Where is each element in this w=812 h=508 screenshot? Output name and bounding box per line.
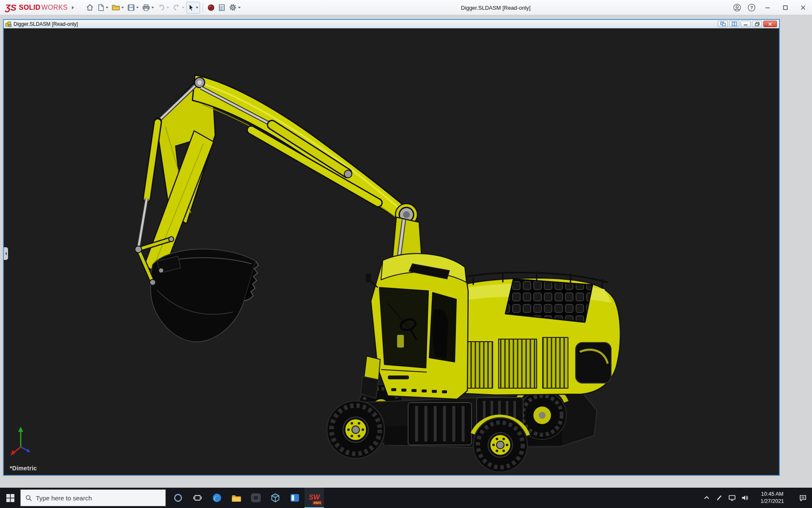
appearance-button[interactable] — [206, 2, 217, 14]
windshield — [379, 287, 428, 368]
taskbar-app1-button[interactable] — [246, 488, 266, 508]
solidworks-ds-mark-icon: ƷS — [5, 3, 16, 13]
clock-date: 1/27/2021 — [753, 498, 792, 505]
solidworks-taskbar-button[interactable]: SW 2021 — [304, 488, 324, 508]
solidworks-logo[interactable]: ƷS SOLID WORKS — [0, 3, 77, 13]
svg-text:?: ? — [750, 5, 753, 10]
front-left-wheel[interactable] — [327, 401, 384, 458]
undo-button[interactable] — [156, 2, 171, 14]
open-button[interactable] — [110, 2, 126, 14]
network-icon — [728, 494, 736, 501]
minimize-icon — [765, 5, 770, 10]
file-explorer-button[interactable] — [227, 488, 246, 508]
bucket[interactable] — [151, 249, 258, 342]
hidden-icons-button[interactable] — [700, 488, 713, 508]
doc-tile-button-2[interactable] — [729, 21, 739, 27]
feature-manager-collapse-tab[interactable] — [4, 247, 8, 260]
help-button[interactable]: ? — [744, 0, 759, 15]
window-title: Digger.SLDASM [Read-only] — [461, 0, 531, 15]
edge-browser-button[interactable] — [207, 488, 227, 508]
3d-scene[interactable] — [4, 28, 779, 475]
search-icon — [25, 494, 32, 502]
pen-icon — [716, 494, 723, 501]
cortana-icon — [173, 493, 183, 502]
save-icon — [127, 4, 135, 11]
cab[interactable] — [361, 254, 468, 399]
app-titlebar: ƷS SOLID WORKS — [0, 0, 812, 15]
boom-cylinder[interactable] — [201, 88, 352, 178]
view-orientation-label: *Dimetric — [10, 465, 37, 472]
account-icon — [733, 3, 741, 12]
design-table-button[interactable] — [217, 2, 227, 14]
options-dropdown-caret[interactable] — [238, 7, 241, 8]
volume-button[interactable] — [738, 488, 751, 508]
tile-windows-icon — [720, 22, 726, 26]
design-table-icon — [218, 4, 225, 11]
doc-tile-button-1[interactable] — [718, 21, 728, 27]
document-window-controls — [718, 21, 778, 27]
taskbar-search-box[interactable] — [20, 489, 166, 506]
close-button[interactable] — [794, 0, 812, 15]
taskbar: SW 2021 10:45 AM 1/27/202 — [0, 488, 812, 508]
undo-dropdown-caret[interactable] — [167, 7, 169, 8]
new-document-icon — [97, 4, 104, 11]
clock-time: 10:45 AM — [753, 491, 792, 498]
task-view-icon — [193, 494, 202, 502]
print-button[interactable] — [140, 2, 156, 14]
doc-minimize-button[interactable] — [741, 21, 751, 27]
select-tool-button[interactable] — [186, 2, 200, 14]
account-button[interactable] — [730, 0, 744, 15]
document-title: Digger.SLDASM [Read-only] — [14, 21, 78, 27]
excavator-model[interactable] — [135, 75, 620, 472]
redo-button[interactable] — [171, 2, 186, 14]
boom-assembly[interactable] — [144, 75, 417, 276]
document-titlebar[interactable]: Digger.SLDASM [Read-only] — [4, 20, 779, 28]
side-vents — [457, 337, 568, 388]
menu-flyout-caret-icon[interactable] — [72, 6, 74, 9]
system-tray: 10:45 AM 1/27/2021 — [700, 488, 812, 508]
doc-restore-button[interactable] — [752, 21, 762, 27]
minimize-button[interactable] — [759, 0, 776, 15]
taskbar-clock[interactable]: 10:45 AM 1/27/2021 — [753, 491, 792, 505]
doc-close-icon — [768, 22, 772, 26]
undo-icon — [157, 4, 165, 11]
engine-grille — [505, 279, 593, 322]
network-button[interactable] — [726, 488, 738, 508]
new-document-dropdown-caret[interactable] — [106, 7, 108, 8]
taskbar-app3-icon — [290, 493, 300, 503]
redo-dropdown-caret[interactable] — [182, 7, 184, 8]
taskbar-app2-icon — [270, 493, 280, 503]
action-center-button[interactable] — [793, 488, 812, 508]
solidworks-icon: SW — [309, 494, 320, 501]
options-gear-icon — [229, 3, 237, 11]
orientation-triad-icon — [10, 424, 33, 458]
doc-close-button[interactable] — [763, 21, 777, 27]
edge-icon — [212, 493, 222, 503]
task-view-button[interactable] — [188, 488, 207, 508]
print-dropdown-caret[interactable] — [151, 7, 154, 8]
maximize-icon — [783, 5, 788, 10]
collapse-arrow-icon — [5, 252, 7, 255]
assembly-document-icon — [5, 21, 12, 28]
cortana-button[interactable] — [168, 488, 188, 508]
main-boom[interactable] — [192, 75, 411, 226]
options-button[interactable] — [227, 2, 242, 14]
appearance-sphere-icon — [207, 4, 215, 11]
home-button[interactable] — [84, 2, 96, 14]
front-right-wheel[interactable] — [473, 417, 527, 472]
save-button[interactable] — [126, 2, 140, 14]
taskbar-app1-icon — [251, 493, 261, 503]
help-icon: ? — [747, 3, 756, 12]
save-dropdown-caret[interactable] — [136, 7, 139, 8]
maximize-button[interactable] — [776, 0, 794, 15]
start-button[interactable] — [0, 488, 20, 508]
windows-ink-button[interactable] — [713, 488, 726, 508]
taskbar-app2-button[interactable] — [266, 488, 285, 508]
select-tool-dropdown-caret[interactable] — [196, 7, 198, 8]
new-document-button[interactable] — [96, 2, 110, 14]
graphics-viewport[interactable]: *Dimetric — [4, 28, 779, 475]
print-icon — [142, 4, 150, 11]
search-input[interactable] — [36, 494, 161, 502]
taskbar-app3-button[interactable] — [285, 488, 304, 508]
open-dropdown-caret[interactable] — [121, 7, 124, 8]
